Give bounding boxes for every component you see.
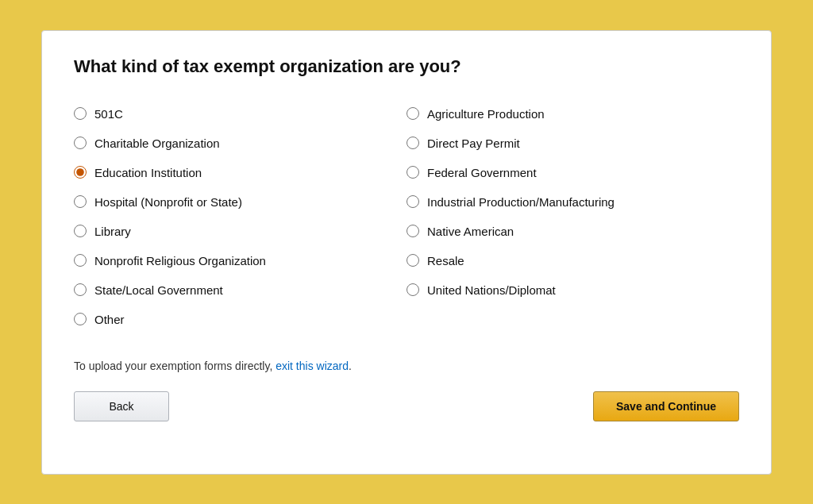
option-item-opt-charitable[interactable]: Charitable Organization bbox=[74, 129, 406, 158]
button-row: Back Save and Continue bbox=[74, 391, 739, 421]
option-item-opt-education[interactable]: Education Institution bbox=[74, 158, 406, 187]
options-grid: 501CCharitable OrganizationEducation Ins… bbox=[74, 99, 739, 334]
label-opt-industrial[interactable]: Industrial Production/Manufacturing bbox=[427, 195, 615, 209]
label-opt-united-nations[interactable]: United Nations/Diplomat bbox=[427, 283, 556, 297]
left-column: 501CCharitable OrganizationEducation Ins… bbox=[74, 99, 406, 334]
option-item-opt-other[interactable]: Other bbox=[74, 305, 406, 334]
label-opt-federal[interactable]: Federal Government bbox=[427, 166, 537, 179]
label-opt-501c[interactable]: 501C bbox=[94, 107, 123, 121]
dialog-title: What kind of tax exempt organization are… bbox=[74, 56, 739, 77]
radio-opt-industrial[interactable] bbox=[406, 195, 419, 208]
option-item-opt-library[interactable]: Library bbox=[74, 217, 406, 246]
label-opt-nonprofit-religious[interactable]: Nonprofit Religious Organization bbox=[94, 254, 266, 267]
label-opt-education[interactable]: Education Institution bbox=[94, 166, 202, 179]
label-opt-direct-pay[interactable]: Direct Pay Permit bbox=[427, 137, 520, 150]
tax-exempt-dialog: What kind of tax exempt organization are… bbox=[41, 30, 772, 475]
save-continue-button[interactable]: Save and Continue bbox=[593, 391, 739, 421]
label-opt-hospital[interactable]: Hospital (Nonprofit or State) bbox=[94, 195, 242, 209]
option-item-opt-nonprofit-religious[interactable]: Nonprofit Religious Organization bbox=[74, 246, 406, 275]
option-item-opt-hospital[interactable]: Hospital (Nonprofit or State) bbox=[74, 187, 406, 217]
option-item-opt-industrial[interactable]: Industrial Production/Manufacturing bbox=[406, 187, 739, 217]
radio-opt-state-local[interactable] bbox=[74, 283, 87, 296]
radio-opt-nonprofit-religious[interactable] bbox=[74, 254, 87, 267]
label-opt-charitable[interactable]: Charitable Organization bbox=[94, 137, 220, 150]
option-item-opt-united-nations[interactable]: United Nations/Diplomat bbox=[406, 275, 739, 305]
radio-opt-hospital[interactable] bbox=[74, 195, 87, 208]
option-item-opt-resale[interactable]: Resale bbox=[406, 246, 739, 275]
option-item-opt-federal[interactable]: Federal Government bbox=[406, 158, 739, 187]
radio-opt-agriculture[interactable] bbox=[406, 107, 419, 120]
option-item-opt-state-local[interactable]: State/Local Government bbox=[74, 275, 406, 305]
radio-opt-direct-pay[interactable] bbox=[406, 137, 419, 149]
footer-text: To upload your exemption forms directly,… bbox=[74, 360, 739, 372]
radio-opt-501c[interactable] bbox=[74, 107, 87, 120]
label-opt-other[interactable]: Other bbox=[94, 313, 125, 326]
option-item-opt-native-american[interactable]: Native American bbox=[406, 217, 739, 246]
back-button[interactable]: Back bbox=[74, 391, 169, 421]
option-item-opt-agriculture[interactable]: Agriculture Production bbox=[406, 99, 739, 129]
label-opt-state-local[interactable]: State/Local Government bbox=[94, 283, 223, 297]
option-item-opt-direct-pay[interactable]: Direct Pay Permit bbox=[406, 129, 739, 158]
label-opt-native-american[interactable]: Native American bbox=[427, 225, 514, 238]
radio-opt-other[interactable] bbox=[74, 313, 87, 325]
label-opt-library[interactable]: Library bbox=[94, 225, 131, 238]
radio-opt-united-nations[interactable] bbox=[406, 283, 419, 296]
radio-opt-charitable[interactable] bbox=[74, 137, 87, 149]
radio-opt-library[interactable] bbox=[74, 225, 87, 237]
radio-opt-native-american[interactable] bbox=[406, 225, 419, 237]
label-opt-agriculture[interactable]: Agriculture Production bbox=[427, 107, 545, 121]
radio-opt-resale[interactable] bbox=[406, 254, 419, 267]
label-opt-resale[interactable]: Resale bbox=[427, 254, 464, 267]
radio-opt-education[interactable] bbox=[74, 166, 87, 179]
right-column: Agriculture ProductionDirect Pay PermitF… bbox=[406, 99, 739, 334]
option-item-opt-501c[interactable]: 501C bbox=[74, 99, 406, 129]
radio-opt-federal[interactable] bbox=[406, 166, 419, 179]
exit-wizard-link[interactable]: exit this wizard bbox=[275, 360, 349, 372]
